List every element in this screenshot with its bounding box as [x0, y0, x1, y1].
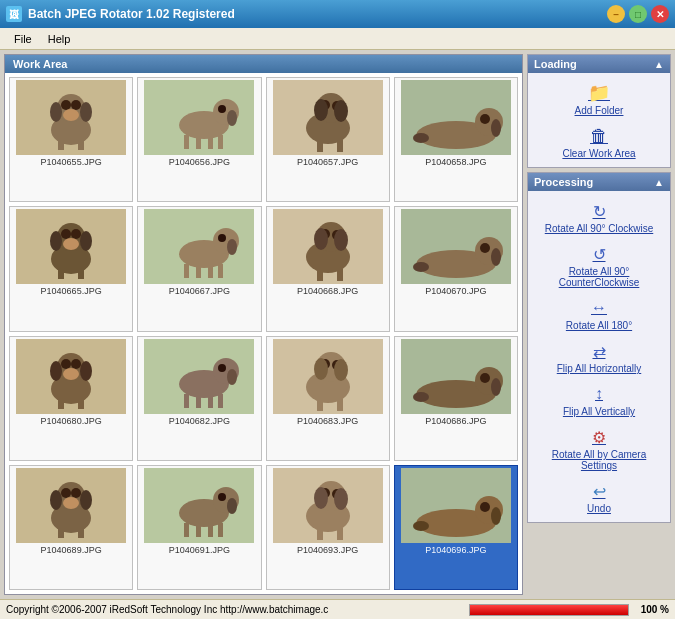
svg-point-79: [413, 262, 429, 272]
svg-rect-130: [58, 526, 64, 538]
processing-header: Processing ▲: [528, 173, 670, 191]
thumbnail-label: P1040657.JPG: [297, 157, 358, 167]
svg-point-17: [227, 110, 237, 126]
svg-rect-140: [208, 523, 213, 537]
svg-point-38: [491, 119, 501, 137]
svg-rect-59: [196, 264, 201, 278]
rot-180-icon: ↔: [587, 296, 611, 320]
processing-flip-h-button[interactable]: ⇄Flip All Horizontally: [534, 337, 664, 376]
processing-undo-button[interactable]: ↩Undo: [534, 477, 664, 516]
svg-point-49: [80, 231, 92, 251]
svg-point-123: [61, 488, 71, 498]
processing-rot-ccw-button[interactable]: ↺Rotate All 90° CounterClockwise: [534, 240, 664, 290]
image-item[interactable]: P1040658.JPG: [394, 77, 518, 202]
processing-rot-cw-button[interactable]: ↻Rotate All 90° Clockwise: [534, 197, 664, 236]
svg-rect-152: [337, 528, 343, 540]
menu-item-help[interactable]: Help: [40, 31, 79, 47]
thumbnail-image: [273, 339, 383, 414]
image-item[interactable]: P1040665.JPG: [9, 206, 133, 331]
svg-point-110: [334, 359, 348, 381]
thumbnail-image: [144, 468, 254, 543]
progress-bar-container: [469, 604, 629, 616]
svg-point-29: [314, 99, 328, 121]
svg-point-39: [413, 133, 429, 143]
svg-point-70: [334, 229, 348, 251]
processing-collapse-btn[interactable]: ▲: [654, 177, 664, 188]
loading-body: 📁 Add Folder 🗑 Clear Work Area: [528, 73, 670, 167]
thumbnail-image: [401, 339, 511, 414]
processing-btn-label: Rotate All 90° CounterClockwise: [536, 266, 662, 288]
add-folder-button[interactable]: 📁 Add Folder: [534, 79, 664, 118]
image-item[interactable]: P1040670.JPG: [394, 206, 518, 331]
loading-header: Loading ▲: [528, 55, 670, 73]
image-item[interactable]: P1040696.JPG: [394, 465, 518, 590]
svg-point-57: [227, 239, 237, 255]
svg-point-47: [63, 238, 79, 250]
processing-flip-v-button[interactable]: ↕Flip All Vertically: [534, 380, 664, 419]
svg-point-48: [50, 231, 62, 251]
loading-collapse-btn[interactable]: ▲: [654, 59, 664, 70]
image-item[interactable]: P1040693.JPG: [266, 465, 390, 590]
svg-rect-50: [58, 267, 64, 279]
status-text: Copyright ©2006-2007 iRedSoft Technology…: [6, 604, 469, 615]
thumbnail-label: P1040656.JPG: [169, 157, 230, 167]
svg-rect-20: [208, 135, 213, 149]
rot-cw-icon: ↻: [587, 199, 611, 223]
svg-point-97: [227, 369, 237, 385]
maximize-button[interactable]: □: [629, 5, 647, 23]
thumbnail-image: [401, 468, 511, 543]
app-icon: 🖼: [6, 6, 22, 22]
svg-point-88: [50, 361, 62, 381]
svg-point-149: [314, 487, 328, 509]
close-button[interactable]: ✕: [651, 5, 669, 23]
loading-section: Loading ▲ 📁 Add Folder 🗑 Clear Work Area: [527, 54, 671, 168]
rot-ccw-icon: ↺: [587, 242, 611, 266]
svg-point-87: [63, 368, 79, 380]
thumbnail-label: P1040693.JPG: [297, 545, 358, 555]
thumbnail-label: P1040686.JPG: [425, 416, 486, 426]
svg-rect-21: [218, 135, 223, 149]
image-item[interactable]: P1040667.JPG: [137, 206, 261, 331]
svg-point-9: [80, 102, 92, 122]
svg-rect-11: [78, 138, 84, 150]
processing-rot-180-button[interactable]: ↔Rotate All 180°: [534, 294, 664, 333]
svg-point-76: [480, 243, 490, 253]
svg-point-118: [491, 378, 501, 396]
image-item[interactable]: P1040655.JPG: [9, 77, 133, 202]
svg-rect-31: [317, 140, 323, 152]
thumbnail-image: [16, 80, 126, 155]
thumbnail-image: [273, 209, 383, 284]
processing-rot-cam-button[interactable]: ⚙Rotate All by Camera Settings: [534, 423, 664, 473]
menu-item-file[interactable]: File: [6, 31, 40, 47]
content-area: Work Area P1040655.JPG P: [0, 50, 675, 599]
image-item[interactable]: P1040668.JPG: [266, 206, 390, 331]
svg-point-129: [80, 490, 92, 510]
svg-point-150: [334, 488, 348, 510]
image-item[interactable]: P1040683.JPG: [266, 336, 390, 461]
image-item[interactable]: P1040657.JPG: [266, 77, 390, 202]
image-grid[interactable]: P1040655.JPG P1040656.JPG P1040657.JPG: [5, 73, 522, 594]
image-item[interactable]: P1040691.JPG: [137, 465, 261, 590]
svg-point-137: [227, 498, 237, 514]
svg-point-159: [413, 521, 429, 531]
thumbnail-label: P1040682.JPG: [169, 416, 230, 426]
svg-point-3: [61, 100, 71, 110]
minimize-button[interactable]: –: [607, 5, 625, 23]
image-item[interactable]: P1040686.JPG: [394, 336, 518, 461]
image-item[interactable]: P1040656.JPG: [137, 77, 261, 202]
thumbnail-label: P1040667.JPG: [169, 286, 230, 296]
progress-bar: [470, 605, 628, 615]
svg-point-158: [491, 507, 501, 525]
svg-point-124: [71, 488, 81, 498]
thumbnail-label: P1040691.JPG: [169, 545, 230, 555]
svg-rect-141: [218, 523, 223, 537]
clear-work-area-button[interactable]: 🗑 Clear Work Area: [534, 122, 664, 161]
titlebar: 🖼 Batch JPEG Rotator 1.02 Registered – □…: [0, 0, 675, 28]
right-panel: Loading ▲ 📁 Add Folder 🗑 Clear Work Area: [527, 50, 675, 599]
svg-rect-91: [78, 397, 84, 409]
image-item[interactable]: P1040689.JPG: [9, 465, 133, 590]
flip-h-icon: ⇄: [587, 339, 611, 363]
image-item[interactable]: P1040682.JPG: [137, 336, 261, 461]
image-item[interactable]: P1040680.JPG: [9, 336, 133, 461]
svg-point-119: [413, 392, 429, 402]
